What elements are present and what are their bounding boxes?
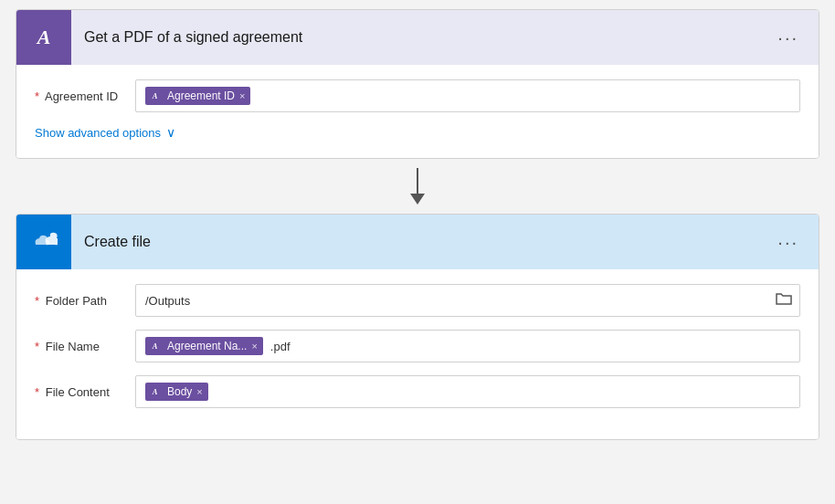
file-name-label: * File Name <box>35 340 135 353</box>
card-create-file: Create file ··· * Folder Path /Outputs * <box>16 214 819 440</box>
pdf-suffix: .pdf <box>270 340 291 353</box>
folder-path-input[interactable]: /Outputs <box>135 284 800 317</box>
folder-browse-button[interactable] <box>776 291 792 310</box>
file-content-tag-close[interactable]: × <box>196 386 202 397</box>
card1-title: Get a PDF of a signed agreement <box>71 29 770 46</box>
file-content-label: * File Content <box>35 385 135 399</box>
card2-title: Create file <box>71 234 770 250</box>
card1-icon-box: A <box>16 10 71 65</box>
required-star-2: * <box>35 294 39 308</box>
file-content-input[interactable]: A Body × <box>135 375 800 408</box>
card1-header: A Get a PDF of a signed agreement ··· <box>16 10 819 65</box>
adobe-icon: A <box>37 26 51 49</box>
card2-more-button[interactable]: ··· <box>770 228 806 257</box>
card1-more-button[interactable]: ··· <box>770 24 806 52</box>
flow-arrow <box>16 168 819 205</box>
card2-header: Create file ··· <box>16 215 819 269</box>
agreement-id-label: * Agreement ID <box>35 89 135 103</box>
arrow-line <box>417 168 418 194</box>
file-name-input[interactable]: A Agreement Na... × .pdf <box>135 330 800 362</box>
file-name-tag-label: Agreement Na... <box>167 340 247 352</box>
file-name-tag-close[interactable]: × <box>251 341 257 352</box>
file-content-row: * File Content A Body × <box>35 375 800 408</box>
file-name-tag: A Agreement Na... × <box>145 337 263 355</box>
agreement-id-input[interactable]: A Agreement ID × <box>135 79 800 112</box>
file-name-row: * File Name A Agreement Na... × .pdf <box>35 330 800 362</box>
folder-path-value: /Outputs <box>145 294 190 308</box>
show-advanced-label: Show advanced options <box>35 126 161 140</box>
folder-path-row: * Folder Path /Outputs <box>35 284 800 317</box>
required-star-3: * <box>35 340 39 353</box>
folder-path-label: * Folder Path <box>35 294 135 308</box>
svg-text:A: A <box>152 387 158 396</box>
file-content-tag: A Body × <box>145 383 208 401</box>
file-content-tag-label: Body <box>167 385 192 398</box>
tag-label: Agreement ID <box>167 89 235 102</box>
svg-text:A: A <box>152 341 158 351</box>
tag-close-icon[interactable]: × <box>239 90 245 101</box>
agreement-id-tag: A Agreement ID × <box>145 87 250 105</box>
arrow-head <box>410 194 425 205</box>
card-get-pdf: A Get a PDF of a signed agreement ··· * … <box>16 9 819 159</box>
tag-adobe-icon: A <box>149 89 164 103</box>
card2-icon-box <box>16 215 71 269</box>
required-star-4: * <box>35 385 39 399</box>
required-star: * <box>35 89 39 103</box>
show-advanced-options[interactable]: Show advanced options ∨ <box>35 125 800 140</box>
card2-body: * Folder Path /Outputs * File Name <box>16 269 819 439</box>
tag-adobe-icon-3: A <box>149 384 164 399</box>
onedrive-icon <box>30 230 58 255</box>
svg-text:A: A <box>152 91 158 100</box>
agreement-id-row: * Agreement ID A Agreement ID × <box>35 79 800 112</box>
card1-body: * Agreement ID A Agreement ID × Show adv <box>16 65 819 158</box>
chevron-down-icon: ∨ <box>166 125 175 140</box>
tag-adobe-icon-2: A <box>149 339 164 353</box>
